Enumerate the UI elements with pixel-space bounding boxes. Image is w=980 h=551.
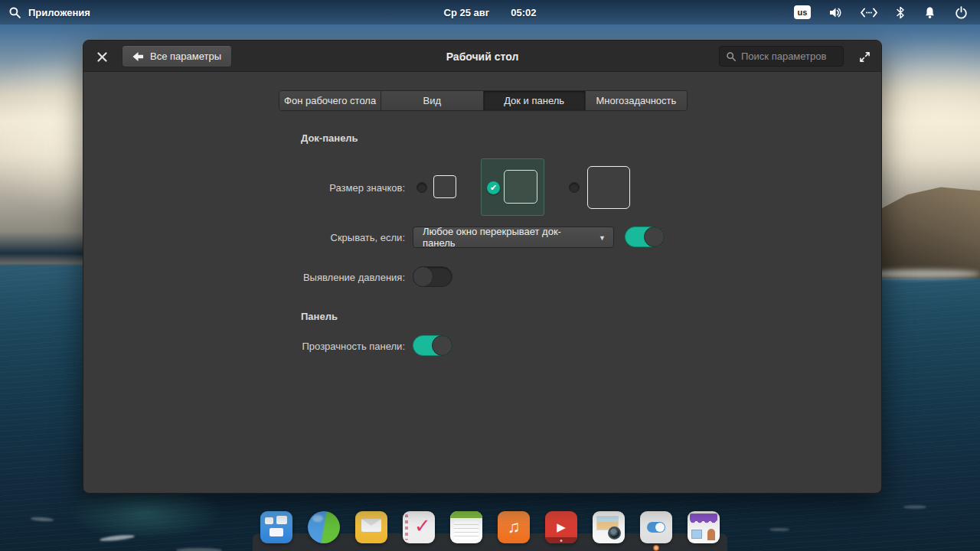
dock-item-tasks[interactable]: ✓ — [403, 511, 435, 543]
toggle-knob — [413, 266, 433, 287]
keyboard-layout-indicator[interactable]: us — [794, 5, 811, 19]
search-input[interactable] — [741, 51, 833, 62]
bluetooth-icon[interactable] — [896, 6, 905, 19]
all-settings-label: Все параметры — [150, 51, 221, 62]
back-arrow-icon — [132, 51, 144, 62]
all-settings-button[interactable]: Все параметры — [122, 45, 232, 67]
applications-menu[interactable]: Приложения — [0, 6, 90, 19]
settings-search[interactable] — [719, 46, 844, 67]
dock-item-photos[interactable] — [593, 511, 625, 543]
search-icon — [8, 6, 21, 19]
hide-when-dropdown[interactable]: Любое окно перекрывает док-панель ▼ — [413, 227, 614, 248]
photos-icon — [593, 511, 625, 543]
web-browser-icon — [308, 511, 340, 543]
panel-section-title: Панель — [301, 311, 338, 322]
appcenter-icon — [688, 511, 720, 543]
system-settings-icon — [640, 511, 672, 543]
tasks-icon: ✓ — [403, 511, 435, 543]
window-header: Все параметры Рабочий стол — [83, 41, 881, 72]
chevron-down-icon: ▼ — [599, 234, 606, 242]
toggle-knob — [644, 227, 665, 247]
dock-item-calendar[interactable] — [450, 511, 482, 543]
hide-when-value: Любое окно перекрывает док-панель — [423, 226, 592, 249]
hide-when-label: Скрывать, если: — [83, 232, 405, 243]
tab-appearance[interactable]: Вид — [381, 91, 483, 110]
dock-item-multitasking[interactable] — [260, 511, 292, 543]
foam — [769, 528, 789, 531]
icon-size-medium-preview[interactable] — [504, 170, 537, 204]
datetime[interactable]: Ср 25 авг 05:02 — [444, 0, 537, 24]
close-icon — [97, 52, 107, 62]
calendar-icon — [450, 511, 482, 543]
tab-multitasking[interactable]: Многозадачность — [586, 91, 687, 110]
music-icon: ♫ — [498, 511, 530, 543]
translucency-toggle[interactable] — [413, 335, 452, 356]
maximize-button[interactable] — [855, 47, 874, 66]
toggle-knob — [432, 335, 452, 356]
dock-item-videos[interactable]: ▶ — [545, 511, 577, 543]
dock-item-music[interactable]: ♫ — [498, 511, 530, 543]
tab-dock-and-panel[interactable]: Док и панель — [484, 91, 586, 110]
icon-size-medium-radio-checked[interactable]: ✔ — [487, 181, 500, 194]
foam — [903, 505, 926, 509]
date-label: Ср 25 авг — [444, 7, 490, 18]
sea-highlight — [69, 486, 222, 540]
tab-desktop-background[interactable]: Фон рабочего стола — [279, 91, 381, 110]
power-icon[interactable] — [955, 6, 968, 19]
translucency-label: Прозрачность панели: — [83, 341, 405, 352]
top-panel: Приложения Ср 25 авг 05:02 us — [0, 0, 980, 24]
pressure-label: Выявление давления: — [83, 272, 405, 283]
dock-item-appcenter[interactable] — [688, 511, 720, 543]
applications-label: Приложения — [28, 7, 90, 18]
dock-item-system-settings[interactable] — [640, 511, 672, 543]
volume-icon[interactable] — [829, 6, 842, 19]
waterline-foam — [865, 269, 980, 279]
dock-item-mail[interactable] — [355, 511, 387, 543]
check-icon: ✔ — [490, 183, 497, 193]
foam — [176, 548, 222, 551]
icon-size-label: Размер значков: — [83, 182, 405, 194]
icon-size-large-radio[interactable] — [569, 182, 580, 193]
running-indicator — [653, 545, 659, 551]
notifications-icon[interactable] — [923, 6, 936, 19]
icon-size-small-radio[interactable] — [416, 182, 427, 193]
multitasking-icon — [260, 511, 292, 543]
videos-icon: ▶ — [545, 511, 577, 543]
dock-items: ✓ ♫ ▶ — [260, 511, 720, 543]
status-indicators: us — [794, 0, 980, 24]
settings-window: Все параметры Рабочий стол Фон рабочего … — [83, 40, 882, 494]
close-button[interactable] — [93, 47, 111, 66]
hide-when-toggle[interactable] — [625, 227, 665, 247]
icon-size-large-preview[interactable] — [587, 166, 630, 209]
expand-icon — [859, 51, 871, 63]
dock-section-title: Док-панель — [301, 132, 358, 144]
icon-size-small-preview[interactable] — [433, 175, 456, 198]
network-icon[interactable] — [861, 6, 877, 19]
time-label: 05:02 — [511, 7, 536, 18]
dock-item-web-browser[interactable] — [308, 511, 340, 543]
mode-switcher: Фон рабочего стола Вид Док и панель Мног… — [279, 90, 688, 111]
pressure-toggle[interactable] — [413, 266, 452, 287]
search-icon — [726, 51, 737, 62]
mail-icon — [355, 511, 387, 543]
